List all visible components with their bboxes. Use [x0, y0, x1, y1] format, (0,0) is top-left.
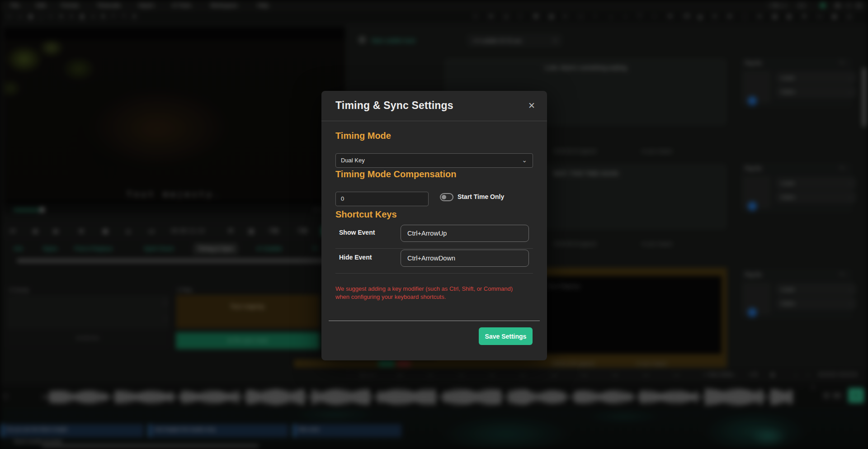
- row-divider: [335, 248, 533, 249]
- timing-mode-select[interactable]: Dual Key ⌄: [335, 153, 533, 168]
- dialog-header: Timing & Sync Settings ✕: [321, 91, 547, 121]
- warning-line-1: We suggest adding a key modifier (such a…: [335, 285, 525, 293]
- hide-event-input[interactable]: Ctrl+ArrowDown: [401, 250, 529, 267]
- shortcut-warning: We suggest adding a key modifier (such a…: [335, 285, 525, 301]
- dialog-title: Timing & Sync Settings: [335, 99, 453, 112]
- row-divider: [335, 273, 533, 274]
- start-time-only-toggle[interactable]: [440, 193, 453, 201]
- compensation-heading: Timing Mode Compensation: [335, 169, 456, 180]
- close-icon[interactable]: ✕: [528, 100, 535, 111]
- timing-sync-dialog: Timing & Sync Settings ✕ Timing Mode Dua…: [321, 91, 547, 360]
- compensation-input[interactable]: 0: [335, 192, 429, 206]
- show-event-label: Show Event: [339, 229, 375, 236]
- show-event-input[interactable]: Ctrl+ArrowUp: [401, 225, 529, 242]
- toggle-knob: [442, 195, 446, 199]
- timing-mode-heading: Timing Mode: [335, 131, 391, 141]
- save-settings-button[interactable]: Save Settings: [479, 327, 533, 345]
- timing-mode-value: Dual Key: [341, 157, 365, 164]
- warning-line-2: when configuring your keyboard shortcuts…: [335, 293, 525, 301]
- footer-divider: [329, 321, 540, 321]
- hide-event-label: Hide Event: [339, 254, 372, 261]
- shortcut-keys-heading: Shortcut Keys: [335, 209, 397, 220]
- start-time-only-label: Start Time Only: [458, 193, 504, 200]
- chevron-down-icon: ⌄: [522, 153, 527, 167]
